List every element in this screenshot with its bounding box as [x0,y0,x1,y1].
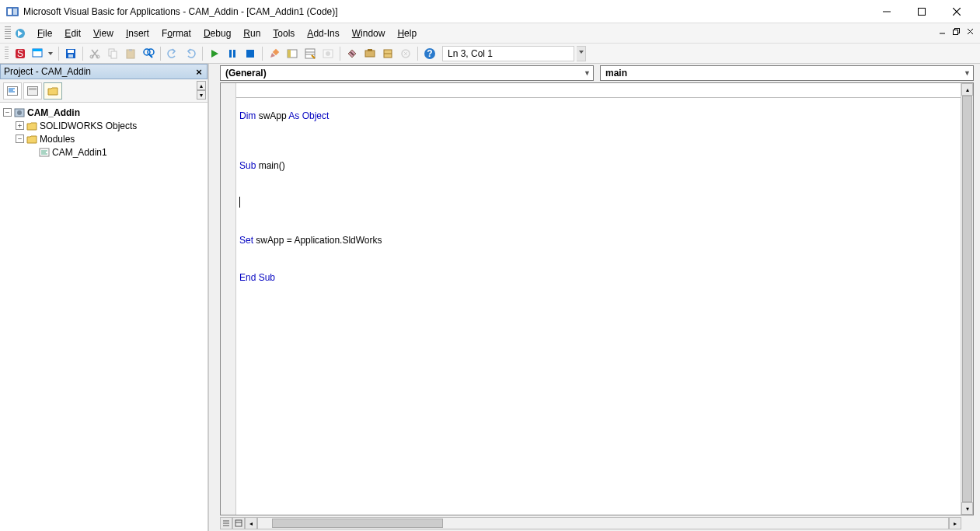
svg-text:?: ? [427,48,432,59]
status-dropdown-icon[interactable] [577,46,586,61]
menubar-app-icon [14,27,26,40]
procedure-dropdown[interactable]: main ▼ [600,65,974,81]
tree-collapse-icon[interactable]: − [3,108,12,117]
menu-addins[interactable]: Add-Ins [301,26,345,41]
code-kw: As Object [288,110,329,121]
tree-folder-solidworks[interactable]: + SOLIDWORKS Objects [0,119,208,132]
tb-extra2-button[interactable] [380,46,396,61]
full-module-view-button[interactable] [232,517,245,529]
run-button[interactable] [207,46,222,61]
toggle-folders-button[interactable] [44,82,62,100]
code-panel: (General) ▼ main ▼ Dim swApp As Object S… [214,64,980,531]
svg-text:S: S [17,48,23,59]
svg-rect-10 [953,30,957,34]
save-button[interactable] [63,46,78,61]
menu-view[interactable]: View [87,26,120,41]
view-code-button[interactable] [3,82,22,100]
find-button[interactable] [141,46,156,61]
paste-button[interactable] [123,46,138,61]
tree-module-cam-addin1[interactable]: CAM_Addin1 [0,145,208,159]
horizontal-scrollbar[interactable] [257,517,949,529]
tree-folder-modules[interactable]: − Modules [0,132,208,145]
tree-root-project[interactable]: − CAM_Addin [0,106,208,119]
design-mode-button[interactable] [267,46,282,61]
close-button[interactable] [939,1,974,23]
properties-window-button[interactable] [302,46,318,61]
tb-extra3-button[interactable] [398,46,413,61]
menu-format[interactable]: Format [155,26,197,41]
code-bottom-bar: ◂ ▸ [220,517,974,529]
vertical-scrollbar[interactable]: ▴ ▾ [961,83,973,515]
svg-rect-16 [33,49,42,51]
code-kw: Dim [239,110,256,121]
project-explorer-button[interactable] [284,46,300,61]
svg-rect-25 [129,49,132,51]
code-text: swApp [256,110,288,121]
undo-button[interactable] [165,46,180,61]
panel-scroll-up-icon[interactable]: ▴ [197,81,206,90]
object-dropdown[interactable]: (General) ▼ [220,65,594,81]
folder-icon [26,121,37,131]
copy-button[interactable] [105,46,120,61]
project-panel-close-button[interactable]: × [193,65,205,78]
svg-rect-40 [365,51,375,57]
mdi-minimize-button[interactable] [936,26,947,37]
code-caret-line [239,197,957,209]
scroll-right-button[interactable]: ▸ [949,517,961,529]
scroll-thumb[interactable] [272,519,443,528]
menu-edit[interactable]: Edit [58,26,87,41]
menu-window[interactable]: Window [346,26,392,41]
chevron-down-icon: ▼ [964,69,971,77]
cut-button[interactable] [87,46,103,61]
folder-icon [26,134,37,144]
view-sw-button[interactable]: S [12,46,28,61]
scroll-left-button[interactable]: ◂ [245,517,257,529]
mdi-restore-button[interactable] [950,26,961,37]
code-text-area[interactable]: Dim swApp As Object Sub main() Set swApp… [236,83,961,515]
menu-run[interactable]: Run [237,26,267,41]
project-tree[interactable]: − CAM_Addin + SOLIDWORKS Objects − Modul… [0,103,208,531]
cursor-position-text: Ln 3, Col 1 [448,48,493,59]
procedure-view-button[interactable] [220,517,232,529]
scroll-thumb[interactable] [962,96,972,502]
tb-extra1-button[interactable] [362,46,378,61]
scroll-down-button[interactable]: ▾ [961,502,973,515]
code-kw: Sub [239,160,256,171]
toolbox-button[interactable] [344,46,360,61]
menu-tools[interactable]: Tools [267,26,301,41]
break-button[interactable] [225,46,240,61]
maximize-button[interactable] [904,1,939,23]
code-editor[interactable]: Dim swApp As Object Sub main() Set swApp… [220,82,974,515]
scroll-track[interactable] [961,96,973,502]
insert-userform-button[interactable] [30,46,46,61]
tree-folder-label: SOLIDWORKS Objects [40,121,137,131]
svg-rect-52 [29,88,37,90]
vba-app-icon [6,5,19,18]
main-area: Project - CAM_Addin × ▴ ▾ − CAM_Addin + … [0,64,980,531]
panel-scroll-arrows: ▴ ▾ [197,81,206,100]
panel-scroll-down-icon[interactable]: ▾ [197,90,206,100]
insert-dropdown-arrow[interactable] [48,52,54,55]
reset-button[interactable] [242,46,258,61]
mdi-close-button[interactable] [964,26,975,37]
code-margin [221,83,236,515]
titlebar: Microsoft Visual Basic for Applications … [0,0,980,23]
view-object-button[interactable] [23,82,42,100]
code-text: swApp = Application.SldWorks [253,235,382,246]
tree-collapse-icon[interactable]: − [16,134,24,143]
menu-help[interactable]: Help [391,26,423,41]
menu-debug[interactable]: Debug [197,26,237,41]
help-button[interactable]: ? [422,46,438,61]
svg-point-28 [148,49,154,55]
minimize-button[interactable] [869,1,904,23]
svg-rect-47 [8,86,18,95]
object-browser-button[interactable] [320,46,336,61]
redo-button[interactable] [183,46,198,61]
tree-expand-icon[interactable]: + [16,121,24,130]
menu-insert[interactable]: Insert [120,26,155,41]
menu-file[interactable]: File [31,26,58,41]
project-panel-title-text: Project - CAM_Addin [4,66,91,77]
scroll-up-button[interactable]: ▴ [961,83,973,96]
chevron-down-icon: ▼ [584,69,591,77]
project-explorer-panel: Project - CAM_Addin × ▴ ▾ − CAM_Addin + … [0,64,209,531]
